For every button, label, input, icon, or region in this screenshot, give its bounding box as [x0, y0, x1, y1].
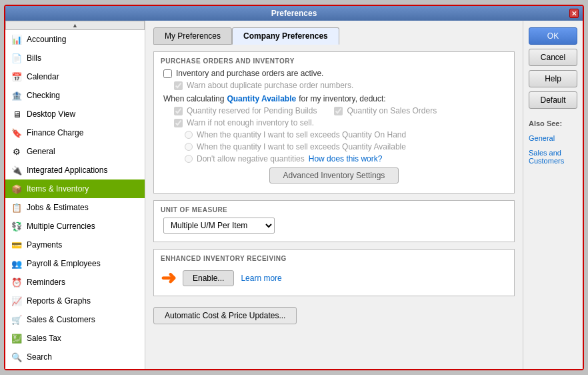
uom-section-header: UNIT OF MEASURE [161, 206, 507, 214]
sidebar-label-search: Search [27, 352, 52, 362]
radio3-label: Don't allow negative quantities [197, 154, 305, 163]
inventory-active-row: Inventory and purchase orders are active… [161, 69, 507, 78]
sidebar-item-salestax[interactable]: 💹 Sales Tax [5, 329, 145, 348]
eir-content-row: ➜ Enable... Learn more [161, 266, 507, 290]
radio2-row: When the quantity I want to sell exceeds… [161, 142, 507, 151]
sidebar-item-items[interactable]: 📦 Items & Inventory [5, 179, 145, 198]
sidebar-label-reports: Reports & Graphs [27, 296, 91, 306]
qty-reserved-checkbox[interactable] [174, 107, 183, 115]
sidebar-label-payments: Payments [27, 240, 62, 250]
sidebar-icon-salestax: 💹 [11, 332, 23, 344]
tab-company-preferences[interactable]: Company Preferences [232, 27, 339, 45]
auto-cost-container: Automatic Cost & Price Updates... [153, 303, 515, 324]
sidebar-icon-payments: 💳 [11, 239, 23, 251]
scroll-up-arrow[interactable]: ▲ [5, 21, 145, 30]
sidebar-icon-reports: 📈 [11, 295, 23, 307]
sidebar-icon-jobs: 📋 [11, 202, 23, 214]
sidebar-item-finance[interactable]: 🔖 Finance Charge [5, 123, 145, 142]
sidebar-label-finance: Finance Charge [27, 128, 83, 137]
warn-not-enough-label: Warn if not enough inventory to sell. [187, 118, 314, 127]
sidebar-item-currencies[interactable]: 💱 Multiple Currencies [5, 217, 145, 236]
eir-section-header: ENHANCED INVENTORY RECEIVING [161, 255, 507, 262]
tabs-container: My Preferences Company Preferences [153, 27, 515, 45]
qty-reserved-row: Quantity reserved for Pending Builds Qua… [161, 106, 507, 115]
unit-of-measure-section: UNIT OF MEASURE Multiple U/M Per ItemA S… [153, 200, 515, 242]
sidebar-label-integrated: Integrated Applications [27, 165, 107, 175]
sidebar-item-bills[interactable]: 📄 Bills [5, 49, 145, 67]
sidebar-item-desktop[interactable]: 🖥 Desktop View [5, 105, 145, 123]
sidebar-icon-desktop: 🖥 [11, 108, 23, 120]
learn-more-link[interactable]: Learn more [241, 274, 281, 283]
sidebar-icon-integrated: 🔌 [11, 164, 23, 176]
quantity-available-link[interactable]: Quantity Available [227, 94, 296, 103]
radio-qty-on-hand[interactable] [185, 131, 193, 139]
inventory-active-checkbox[interactable] [163, 69, 172, 78]
qty-on-sales-checkbox[interactable] [334, 107, 343, 115]
advanced-btn-container: Advanced Inventory Settings [161, 167, 507, 183]
title-bar: Preferences ✕ [5, 6, 583, 21]
warn-duplicate-row: Warn about duplicate purchase order numb… [161, 81, 507, 90]
warn-duplicate-label: Warn about duplicate purchase order numb… [187, 81, 353, 90]
advanced-inventory-btn[interactable]: Advanced Inventory Settings [269, 167, 399, 183]
radio-qty-available[interactable] [185, 143, 193, 151]
also-see-general-link[interactable]: General [529, 134, 577, 142]
sidebar-icon-reminders: ⏰ [11, 276, 23, 288]
sidebar-icon-sales: 🛒 [11, 314, 23, 326]
cancel-button[interactable]: Cancel [529, 49, 577, 66]
for-inventory-suffix: for my inventory, deduct: [299, 94, 386, 103]
sidebar-item-sendforms[interactable]: 📧 Send Forms [5, 366, 145, 369]
window-content: ▲ 📊 Accounting 📄 Bills 📅 Calendar 🏦 Chec… [5, 21, 583, 369]
sidebar-item-checking[interactable]: 🏦 Checking [5, 86, 145, 105]
sidebar-item-accounting[interactable]: 📊 Accounting [5, 30, 145, 49]
main-content: My Preferences Company Preferences PURCH… [145, 21, 523, 369]
radio2-label: When the quantity I want to sell exceeds… [197, 142, 406, 151]
help-button[interactable]: Help [529, 70, 577, 87]
sidebar-label-sales: Sales & Customers [27, 315, 95, 324]
sidebar-icon-calendar: 📅 [11, 71, 23, 83]
window-title: Preferences [271, 9, 317, 18]
enable-button[interactable]: Enable... [183, 270, 234, 286]
sidebar-item-payroll[interactable]: 👥 Payroll & Employees [5, 254, 145, 273]
sidebar-icon-payroll: 👥 [11, 258, 23, 270]
sidebar-label-salestax: Sales Tax [27, 334, 61, 343]
warn-duplicate-checkbox[interactable] [174, 81, 183, 90]
when-calculating-row: When calculating Quantity Available for … [161, 94, 507, 103]
sidebar-label-items: Items & Inventory [27, 184, 89, 194]
sidebar-icon-search: 🔍 [11, 351, 23, 363]
sidebar-icon-accounting: 📊 [11, 33, 23, 45]
tab-my-preferences[interactable]: My Preferences [153, 27, 232, 45]
sidebar-item-calendar[interactable]: 📅 Calendar [5, 67, 145, 86]
sidebar-label-desktop: Desktop View [27, 109, 75, 119]
also-see-sales-link[interactable]: Sales and Customers [529, 149, 577, 165]
uom-select[interactable]: Multiple U/M Per ItemA Single U/M Per It… [163, 218, 275, 234]
sidebar-icon-currencies: 💱 [11, 220, 23, 232]
preferences-window: Preferences ✕ ▲ 📊 Accounting 📄 Bills 📅 C… [4, 5, 584, 370]
sidebar-item-reminders[interactable]: ⏰ Reminders [5, 273, 145, 292]
sidebar-items-container: 📊 Accounting 📄 Bills 📅 Calendar 🏦 Checki… [5, 30, 145, 369]
close-button[interactable]: ✕ [569, 9, 579, 18]
auto-cost-btn[interactable]: Automatic Cost & Price Updates... [153, 307, 297, 324]
default-button[interactable]: Default [529, 91, 577, 109]
warn-not-enough-checkbox[interactable] [174, 119, 183, 127]
purchase-orders-section: PURCHASE ORDERS AND INVENTORY Inventory … [153, 51, 515, 194]
sidebar-item-search[interactable]: 🔍 Search [5, 348, 145, 366]
radio1-label: When the quantity I want to sell exceeds… [197, 130, 406, 139]
sidebar-icon-bills: 📄 [11, 52, 23, 64]
sidebar-item-integrated[interactable]: 🔌 Integrated Applications [5, 161, 145, 179]
sidebar-item-payments[interactable]: 💳 Payments [5, 236, 145, 254]
radio-no-negative[interactable] [185, 155, 193, 163]
sidebar-item-general[interactable]: ⚙ General [5, 142, 145, 161]
sidebar-item-sales[interactable]: 🛒 Sales & Customers [5, 310, 145, 329]
how-does-this-work-link[interactable]: How does this work? [309, 154, 383, 163]
radio3-row: Don't allow negative quantities How does… [161, 154, 507, 163]
ok-button[interactable]: OK [529, 27, 577, 45]
qty-reserved-label: Quantity reserved for Pending Builds [187, 106, 317, 115]
sidebar-item-jobs[interactable]: 📋 Jobs & Estimates [5, 198, 145, 217]
sidebar-label-bills: Bills [27, 53, 41, 63]
enhanced-receiving-section: ENHANCED INVENTORY RECEIVING ➜ Enable...… [153, 249, 515, 296]
sidebar-label-checking: Checking [27, 91, 60, 100]
sidebar-label-reminders: Reminders [27, 278, 65, 287]
sidebar: ▲ 📊 Accounting 📄 Bills 📅 Calendar 🏦 Chec… [5, 21, 145, 369]
sidebar-item-reports[interactable]: 📈 Reports & Graphs [5, 292, 145, 310]
when-calculating-prefix: When calculating [163, 94, 224, 103]
